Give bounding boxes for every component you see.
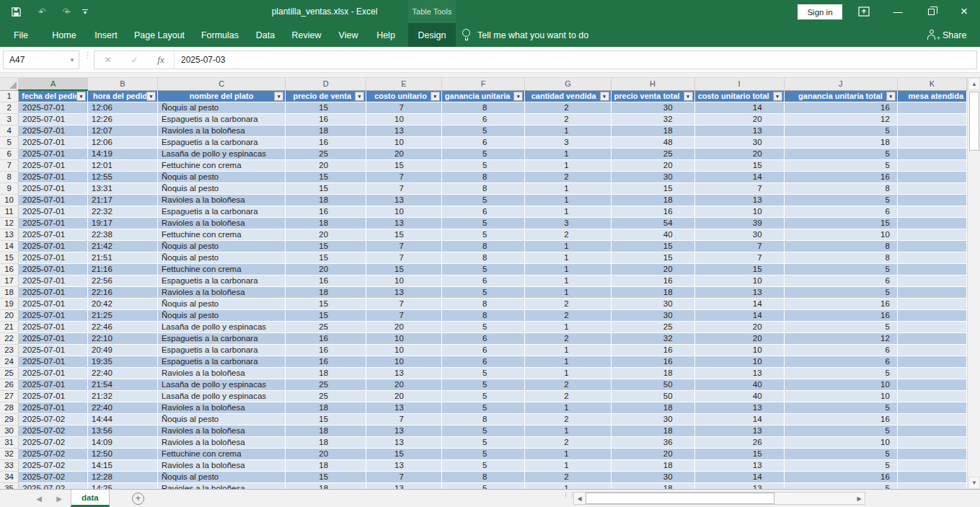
cell[interactable]: 22:10 xyxy=(88,332,158,344)
cell[interactable]: 2 xyxy=(525,390,611,402)
row-header-21[interactable]: 21 xyxy=(0,321,19,332)
cell[interactable]: 39 xyxy=(694,217,784,229)
cell[interactable]: 6 xyxy=(441,113,524,125)
cell[interactable]: Ñoquis al pesto xyxy=(157,182,285,194)
cell[interactable]: 12:28 xyxy=(88,471,158,482)
row-header-9[interactable]: 9 xyxy=(0,182,19,194)
cell[interactable]: 40 xyxy=(611,229,694,240)
cell[interactable]: 10 xyxy=(694,275,784,286)
cell[interactable]: 12:07 xyxy=(88,125,158,136)
cell[interactable]: Espaguetis a la carbonara xyxy=(157,356,285,367)
cell[interactable]: 6 xyxy=(441,206,524,217)
cell[interactable]: Espaguetis a la carbonara xyxy=(157,344,285,356)
cell[interactable]: 2025-07-02 xyxy=(19,482,88,489)
cell[interactable]: 13 xyxy=(366,482,442,489)
column-header-I[interactable]: I xyxy=(694,78,784,90)
cell[interactable]: 10 xyxy=(366,332,442,344)
cell[interactable]: 5 xyxy=(784,159,897,171)
cell[interactable]: 1 xyxy=(525,425,611,436)
cell[interactable]: 22:38 xyxy=(88,229,158,240)
cell[interactable]: 2025-07-01 xyxy=(19,229,88,240)
cell[interactable]: 7 xyxy=(366,309,442,321)
add-sheet-icon[interactable]: + xyxy=(132,493,144,505)
cell[interactable]: 13 xyxy=(366,367,442,379)
cell[interactable]: 15 xyxy=(366,263,442,275)
cell[interactable] xyxy=(897,275,966,286)
select-all-corner[interactable] xyxy=(0,78,19,90)
cell[interactable] xyxy=(897,448,966,459)
cell[interactable]: 12:50 xyxy=(88,448,158,459)
cell[interactable]: 10 xyxy=(784,229,897,240)
cell[interactable]: Espaguetis a la carbonara xyxy=(157,332,285,344)
cell[interactable]: Espaguetis a la carbonara xyxy=(157,275,285,286)
tab-data[interactable]: Data xyxy=(252,23,278,47)
cell[interactable]: 16 xyxy=(286,113,366,125)
cell[interactable]: 15 xyxy=(286,171,366,182)
row-header-29[interactable]: 29 xyxy=(0,413,19,425)
cell[interactable]: 30 xyxy=(694,229,784,240)
cell[interactable]: 15 xyxy=(286,471,366,482)
cell[interactable] xyxy=(897,390,966,402)
column-header-K[interactable]: K xyxy=(897,78,966,90)
cell[interactable]: 5 xyxy=(441,448,524,459)
cell[interactable] xyxy=(897,229,966,240)
cell[interactable] xyxy=(897,482,966,489)
cell[interactable]: 15 xyxy=(286,252,366,263)
cell[interactable]: 16 xyxy=(286,332,366,344)
cell[interactable]: 2025-07-01 xyxy=(19,194,88,206)
cell[interactable] xyxy=(897,471,966,482)
cell[interactable]: Ñoquis al pesto xyxy=(157,252,285,263)
cell[interactable] xyxy=(897,413,966,425)
cell[interactable]: 7 xyxy=(694,182,784,194)
cell[interactable]: 6 xyxy=(784,275,897,286)
cell[interactable] xyxy=(897,263,966,275)
cell[interactable]: 16 xyxy=(611,344,694,356)
cell[interactable]: 1 xyxy=(525,344,611,356)
cell[interactable]: 15 xyxy=(366,229,442,240)
cell[interactable]: 20 xyxy=(286,229,366,240)
row-header-24[interactable]: 24 xyxy=(0,356,19,367)
cell[interactable]: 15 xyxy=(366,448,442,459)
column-header-J[interactable]: J xyxy=(784,78,897,90)
cell[interactable]: 25 xyxy=(286,379,366,390)
cell[interactable]: 22:46 xyxy=(88,321,158,332)
cell[interactable] xyxy=(897,102,966,113)
cell[interactable]: 1 xyxy=(525,240,611,252)
cell[interactable] xyxy=(897,286,966,298)
cell[interactable]: 8 xyxy=(441,471,524,482)
cell[interactable]: 5 xyxy=(441,379,524,390)
cell[interactable]: 20 xyxy=(694,148,784,159)
cell[interactable]: 3 xyxy=(525,217,611,229)
cell[interactable]: 20:49 xyxy=(88,344,158,356)
cell[interactable]: 30 xyxy=(611,413,694,425)
cell[interactable]: 21:25 xyxy=(88,309,158,321)
cell[interactable]: 13 xyxy=(694,367,784,379)
cell[interactable]: 20 xyxy=(366,379,442,390)
cell[interactable]: 7 xyxy=(366,471,442,482)
cell[interactable]: 14 xyxy=(694,171,784,182)
tab-insert[interactable]: Insert xyxy=(91,23,121,47)
cell[interactable] xyxy=(897,344,966,356)
cell[interactable]: 20 xyxy=(366,321,442,332)
cell[interactable]: 15 xyxy=(286,102,366,113)
cell[interactable]: 12 xyxy=(784,332,897,344)
cell[interactable]: 5 xyxy=(441,436,524,448)
sign-in-button[interactable]: Sign in xyxy=(798,4,842,19)
insert-function-icon[interactable]: fx xyxy=(148,51,175,69)
cell[interactable]: 1 xyxy=(525,286,611,298)
cell[interactable]: 18 xyxy=(286,459,366,471)
cell[interactable]: 12:55 xyxy=(88,171,158,182)
cell[interactable]: 20 xyxy=(286,263,366,275)
cell[interactable]: 6 xyxy=(784,206,897,217)
cell[interactable]: 15 xyxy=(694,159,784,171)
cell[interactable]: 13 xyxy=(694,194,784,206)
cell[interactable]: Ravioles a la boloñesa xyxy=(157,436,285,448)
cell[interactable]: 36 xyxy=(611,436,694,448)
cell[interactable]: 1 xyxy=(525,367,611,379)
cell[interactable]: 10 xyxy=(694,344,784,356)
cell[interactable] xyxy=(897,171,966,182)
cell[interactable]: 8 xyxy=(441,309,524,321)
cell[interactable]: 30 xyxy=(611,471,694,482)
cell[interactable]: 2025-07-01 xyxy=(19,240,88,252)
cell[interactable]: 2025-07-02 xyxy=(19,413,88,425)
